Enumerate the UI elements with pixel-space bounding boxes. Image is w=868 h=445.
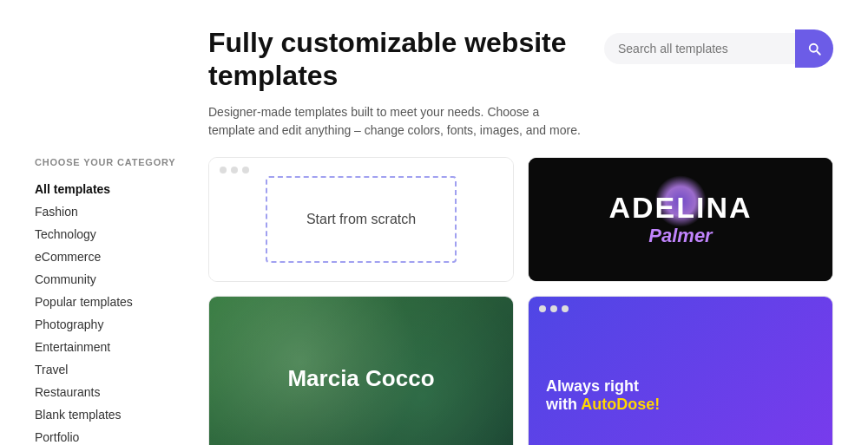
- sidebar-item-all-templates[interactable]: All templates: [35, 178, 191, 200]
- sidebar-item-entertainment[interactable]: Entertainment: [35, 336, 191, 358]
- sidebar-item-travel[interactable]: Travel: [35, 358, 191, 381]
- adelina-inner: ADELINA Palmer: [529, 158, 832, 281]
- search-input-wrapper: [604, 33, 795, 64]
- sidebar-item-ecommerce[interactable]: eCommerce: [35, 245, 191, 268]
- sidebar-item-restaurants[interactable]: Restaurants: [35, 381, 191, 403]
- header-section: Fully customizable website templates Des…: [0, 0, 868, 157]
- dot-1: [220, 167, 227, 173]
- blank-frame: Start from scratch: [266, 176, 457, 263]
- adelina-sub-text: Palmer: [608, 225, 752, 247]
- sidebar: CHOOSE YOUR CATEGORY All templates Fashi…: [35, 157, 208, 445]
- search-bar: [604, 29, 833, 68]
- template-card-blank-site[interactable]: Start from scratch BLANK SITE Experiment…: [208, 157, 514, 282]
- templates-grid: Start from scratch BLANK SITE Experiment…: [208, 157, 833, 445]
- sidebar-item-popular-templates[interactable]: Popular templates: [35, 291, 191, 313]
- sidebar-item-community[interactable]: Community: [35, 268, 191, 291]
- sidebar-item-blank-templates[interactable]: Blank templates: [35, 403, 191, 426]
- window-dots: [220, 167, 249, 173]
- template-card-adelina[interactable]: ADELINA Palmer ADELINA Experimental temp…: [528, 157, 833, 282]
- sidebar-item-portfolio[interactable]: Portfolio: [35, 426, 191, 445]
- page-title: Fully customizable website templates: [208, 26, 604, 93]
- sidebar-item-fashion[interactable]: Fashion: [35, 200, 191, 223]
- template-thumbnail-autodose: Always rightwith AutoDose!: [529, 297, 832, 445]
- dot-2: [231, 167, 238, 173]
- template-footer-blank: BLANK SITE Experimental template i ♡: [209, 281, 513, 282]
- sidebar-item-technology[interactable]: Technology: [35, 223, 191, 245]
- adelina-text-block: ADELINA Palmer: [608, 191, 752, 247]
- autodose-text: Always rightwith AutoDose!: [546, 377, 660, 415]
- template-footer-adelina: ADELINA Experimental template i ♡: [529, 281, 832, 282]
- marcia-inner: Marcia Cocco: [209, 297, 513, 445]
- window-dots-autodose: [539, 305, 569, 312]
- dot-ad3: [562, 305, 569, 312]
- dot-ad2: [550, 305, 557, 312]
- template-thumbnail-adelina: ADELINA Palmer: [529, 158, 832, 281]
- search-icon: [806, 41, 822, 56]
- search-button[interactable]: [795, 29, 833, 68]
- search-input[interactable]: [618, 42, 781, 56]
- dot-ad1: [539, 305, 546, 312]
- template-thumbnail-marcia: Marcia Cocco: [209, 297, 513, 445]
- autodose-inner: Always rightwith AutoDose!: [529, 297, 832, 445]
- main-content: CHOOSE YOUR CATEGORY All templates Fashi…: [0, 157, 868, 445]
- template-card-autodose[interactable]: Always rightwith AutoDose! AUTODOSE ♡: [528, 296, 833, 445]
- header-left: Fully customizable website templates Des…: [208, 26, 604, 140]
- template-card-marcia[interactable]: Marcia Cocco MARCIA COCCO ♡: [208, 296, 514, 445]
- dot-3: [242, 167, 249, 173]
- sidebar-category-label: CHOOSE YOUR CATEGORY: [35, 157, 191, 167]
- template-thumbnail-blank: Start from scratch: [209, 158, 513, 281]
- page-wrapper: Fully customizable website templates Des…: [0, 0, 868, 445]
- sidebar-item-photography[interactable]: Photography: [35, 313, 191, 336]
- blank-site-label: Start from scratch: [306, 212, 416, 227]
- adelina-name-text: ADELINA: [608, 191, 752, 225]
- marcia-text: Marcia Cocco: [287, 365, 434, 392]
- page-description: Designer-made templates built to meet yo…: [208, 103, 582, 140]
